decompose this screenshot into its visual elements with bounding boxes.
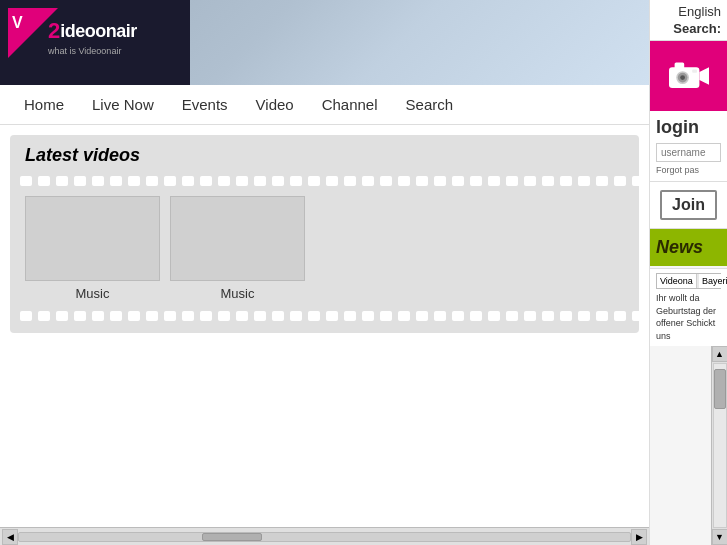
film-hole [488, 176, 500, 186]
film-hole [560, 311, 572, 321]
film-hole [164, 311, 176, 321]
videona-tab-1[interactable]: Videona [657, 274, 697, 288]
nav-video[interactable]: Video [242, 85, 308, 125]
film-hole [110, 176, 122, 186]
film-hole [290, 176, 302, 186]
film-hole [308, 176, 320, 186]
videona-tab-2[interactable]: Bayeri [699, 274, 727, 288]
film-hole [380, 176, 392, 186]
film-hole [92, 311, 104, 321]
login-title: login [656, 117, 721, 138]
film-hole [326, 176, 338, 186]
left-content: V 2 ideoonair what is Videoonair Ho [0, 0, 649, 545]
film-hole [38, 311, 50, 321]
film-hole [506, 311, 518, 321]
film-hole [146, 176, 158, 186]
film-hole [614, 311, 626, 321]
film-hole [344, 176, 356, 186]
film-hole [290, 311, 302, 321]
video-label-1: Music [76, 286, 110, 301]
film-hole [308, 311, 320, 321]
nav-bar: Home Live Now Events Video Channel Searc… [0, 85, 649, 125]
camera-banner [650, 41, 727, 111]
film-hole [362, 176, 374, 186]
right-scrollbar: ▲ ▼ [711, 346, 727, 545]
main-row: V 2 ideoonair what is Videoonair Ho [0, 0, 727, 545]
film-hole [398, 176, 410, 186]
svg-rect-5 [692, 70, 697, 73]
film-hole [434, 176, 446, 186]
film-hole [128, 176, 140, 186]
film-hole [452, 311, 464, 321]
scroll-down-arrow[interactable]: ▼ [712, 529, 728, 545]
nav-live-now[interactable]: Live Now [78, 85, 168, 125]
scroll-up-arrow[interactable]: ▲ [712, 346, 728, 362]
sidebar-spacer [650, 346, 711, 545]
logo-text-area: 2 ideoonair what is Videoonair [48, 20, 137, 56]
film-hole [20, 311, 32, 321]
logo-name: ideoonair [60, 22, 137, 40]
header: V 2 ideoonair what is Videoonair [0, 0, 649, 85]
svg-rect-4 [674, 62, 684, 68]
film-hole [56, 311, 68, 321]
language-label[interactable]: English [656, 4, 721, 19]
logo-area: V 2 ideoonair what is Videoonair [0, 0, 190, 85]
film-holes-top [10, 174, 639, 188]
page-wrapper: V 2 ideoonair what is Videoonair Ho [0, 0, 727, 545]
film-hole [524, 311, 536, 321]
film-hole [128, 311, 140, 321]
film-strip-content: Music Music [10, 188, 639, 309]
nav-search[interactable]: Search [392, 85, 468, 125]
video-item-1[interactable]: Music [25, 196, 160, 301]
videona-text: Ihr wollt da Geburtstag der offener Schi… [656, 292, 721, 342]
film-hole [146, 311, 158, 321]
scrollbar-track[interactable] [18, 532, 631, 542]
film-hole [416, 311, 428, 321]
film-hole [110, 311, 122, 321]
scroll-left-arrow[interactable]: ◀ [2, 529, 18, 545]
film-hole [254, 311, 266, 321]
film-hole [452, 176, 464, 186]
nav-home[interactable]: Home [10, 85, 78, 125]
nav-channel[interactable]: Channel [308, 85, 392, 125]
film-hole [470, 311, 482, 321]
film-hole [614, 176, 626, 186]
film-hole [632, 176, 644, 186]
video-thumbnail-2[interactable] [170, 196, 305, 281]
login-section: login Forgot pas [650, 111, 727, 182]
film-hole [272, 311, 284, 321]
join-section: Join [650, 182, 727, 229]
film-hole [218, 311, 230, 321]
film-hole [38, 176, 50, 186]
scrollbar-thumb[interactable] [202, 533, 262, 541]
latest-videos-title: Latest videos [10, 145, 639, 174]
videona-section: Videona Bayeri Ihr wollt da Geburtstag d… [650, 268, 727, 346]
film-hole [488, 311, 500, 321]
film-hole [596, 176, 608, 186]
right-scrollbar-thumb[interactable] [714, 369, 726, 409]
film-hole [578, 176, 590, 186]
username-input[interactable] [656, 143, 721, 162]
logo-2: 2 [48, 20, 60, 42]
bottom-scrollbar: ◀ ▶ [0, 527, 649, 545]
search-label: Search: [656, 21, 721, 36]
forgot-password-label[interactable]: Forgot pas [656, 165, 721, 175]
sidebar: English Search: [649, 0, 727, 545]
video-thumbnail-1[interactable] [25, 196, 160, 281]
join-button[interactable]: Join [660, 190, 717, 220]
scroll-right-arrow[interactable]: ▶ [631, 529, 647, 545]
film-hole [596, 311, 608, 321]
video-item-2[interactable]: Music [170, 196, 305, 301]
logo-v-letter: V [12, 14, 23, 32]
film-hole [560, 176, 572, 186]
film-hole [236, 311, 248, 321]
film-hole [74, 311, 86, 321]
film-hole [362, 311, 374, 321]
film-hole [236, 176, 248, 186]
film-hole [74, 176, 86, 186]
nav-events[interactable]: Events [168, 85, 242, 125]
svg-marker-6 [699, 67, 709, 85]
film-strip: Latest videos [10, 135, 639, 333]
film-hole [506, 176, 518, 186]
right-scrollbar-track[interactable] [713, 363, 727, 528]
